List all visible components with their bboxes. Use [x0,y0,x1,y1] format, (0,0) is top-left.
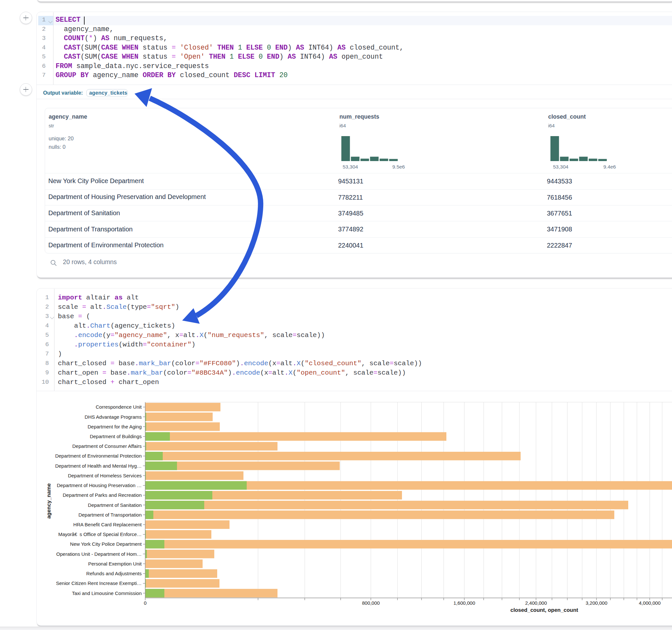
svg-text:Department of Sanitation: Department of Sanitation [88,502,142,508]
svg-text:Department of Buildings: Department of Buildings [90,434,142,439]
svg-text:HRA Benefit Card Replacement: HRA Benefit Card Replacement [73,522,142,527]
svg-text:800,000: 800,000 [362,600,380,606]
svg-text:closed_count, open_count: closed_count, open_count [510,607,578,613]
svg-text:9.4e6: 9.4e6 [603,164,616,169]
svg-text:Department of Transportation: Department of Transportation [78,512,142,517]
svg-text:Mayorâ€ s Office of Special En: Mayorâ€ s Office of Special Enforce… [58,532,142,537]
svg-text:1,600,000: 1,600,000 [454,600,475,606]
svg-text:Taxi and Limousine Commission: Taxi and Limousine Commission [72,590,142,596]
svg-text:Operations Unit - Department o: Operations Unit - Department of Hom… [56,551,142,557]
svg-text:0: 0 [144,600,146,606]
svg-text:Department of Environmental Pr: Department of Environmental Protection [55,453,142,459]
svg-text:Department of Parks and Recrea: Department of Parks and Recreation [63,492,142,498]
svg-text:Department of Consumer Affairs: Department of Consumer Affairs [72,443,142,449]
svg-text:4,000,000: 4,000,000 [639,600,661,606]
svg-text:9.5e6: 9.5e6 [392,164,405,169]
svg-text:New York City Police Departmen: New York City Police Department [70,541,142,547]
svg-text:agency_name: agency_name [46,483,51,518]
svg-text:Department of Housing Preserva: Department of Housing Preservation … [57,483,142,488]
svg-text:Department for the Aging: Department for the Aging [88,424,142,429]
svg-text:Refunds and Adjustments: Refunds and Adjustments [86,571,142,576]
svg-text:53,304: 53,304 [553,164,569,169]
svg-text:53,304: 53,304 [343,164,358,169]
svg-text:DHS Advantage Programs: DHS Advantage Programs [85,414,142,420]
svg-text:Department of Health and Menta: Department of Health and Mental Hyg… [55,463,142,468]
svg-text:Department of Homeless Service: Department of Homeless Services [68,473,142,478]
svg-text:Correspondence Unit: Correspondence Unit [96,404,142,410]
svg-text:2,400,000: 2,400,000 [525,600,547,606]
svg-text:Senior Citizen Rent Increase E: Senior Citizen Rent Increase Exempti… [56,580,142,586]
svg-text:3,200,000: 3,200,000 [585,600,607,606]
svg-text:Personal Exemption Unit: Personal Exemption Unit [88,561,142,566]
